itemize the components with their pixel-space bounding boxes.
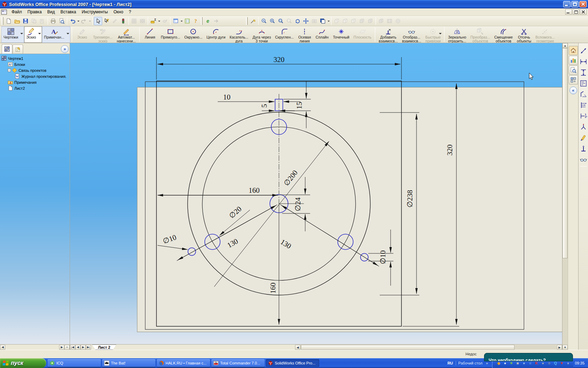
taskpane-collapse-chevron[interactable]: « bbox=[569, 87, 577, 94]
offset-entities-button[interactable]: Смещениеобъектов bbox=[492, 26, 515, 43]
dim-d238[interactable]: ∅238 bbox=[406, 190, 414, 207]
circle-button[interactable]: Окружно... bbox=[182, 26, 204, 43]
taskpane-tab-palette[interactable] bbox=[569, 75, 578, 84]
feature-tree-tab[interactable] bbox=[2, 44, 12, 54]
tree-item-блоки[interactable]: A°Блоки bbox=[1, 61, 69, 67]
sketch-fillet-button[interactable]: Скруглен... bbox=[273, 26, 296, 43]
menu-[interactable]: ? bbox=[126, 9, 134, 15]
tree-item-чертеж1[interactable]: Чертеж1 bbox=[1, 55, 69, 61]
doc-minimize-button[interactable] bbox=[565, 9, 572, 15]
dim-160-bottom[interactable]: 160 bbox=[269, 282, 277, 294]
spline-button[interactable]: Сплайн bbox=[313, 26, 331, 43]
display-relations-button[interactable] bbox=[579, 155, 588, 164]
tree-item-примечания[interactable]: AПримечания bbox=[1, 79, 69, 85]
taskpane-tab-home[interactable] bbox=[569, 46, 578, 55]
zoom-previous-button[interactable] bbox=[260, 17, 268, 25]
baseline-dimension-button[interactable] bbox=[579, 79, 588, 88]
help-button[interactable]: ? bbox=[191, 17, 200, 25]
taskbar-button-bat[interactable]: The Bat! bbox=[102, 359, 155, 367]
toolbar-grip[interactable] bbox=[2, 17, 4, 25]
first-sheet-button[interactable]: |◀ bbox=[70, 345, 75, 350]
print-preview-button[interactable] bbox=[57, 17, 66, 25]
chamfer-dimension-button[interactable] bbox=[579, 90, 588, 98]
view-orientation-button[interactable] bbox=[318, 17, 327, 25]
tab-drawings-button[interactable]: Чертежи bbox=[1, 26, 24, 43]
undo-dropdown[interactable] bbox=[77, 17, 80, 25]
desktop-chevron-icon[interactable]: » bbox=[486, 361, 488, 365]
horizontal-scrollbar[interactable]: ◀ bbox=[295, 345, 556, 350]
dim-15[interactable]: 15 bbox=[295, 102, 303, 109]
panel-scroll-right[interactable]: ▶ bbox=[59, 345, 64, 350]
tree-item-связь-проектов[interactable]: −Связь проектов bbox=[1, 67, 69, 73]
prev-sheet-button[interactable]: ◀ bbox=[75, 345, 80, 350]
menu-инструменты[interactable]: Инструменты bbox=[79, 9, 111, 15]
doc-restore-button[interactable] bbox=[573, 9, 579, 15]
last-sheet-button[interactable]: ▶| bbox=[86, 345, 91, 350]
rectangle-button[interactable]: Прямоуго... bbox=[159, 26, 182, 43]
view-orientation-dropdown[interactable] bbox=[327, 17, 330, 25]
tab-annotations-dropdown[interactable] bbox=[66, 33, 69, 36]
dim-160-horizontal[interactable]: 160 bbox=[248, 186, 260, 195]
auto-dimension-button[interactable]: Автомат...нанесени... bbox=[115, 26, 138, 43]
centerpoint-arc-button[interactable]: Центр дуги bbox=[204, 26, 227, 43]
vertical-dimension-button[interactable] bbox=[579, 68, 588, 77]
tree-expander[interactable]: − bbox=[8, 69, 11, 72]
taskpane-tab-resources[interactable] bbox=[569, 56, 578, 65]
vertical-scroll-thumb[interactable] bbox=[562, 48, 568, 258]
menu-вставка[interactable]: Вставка bbox=[58, 9, 79, 15]
mirror-entities-button[interactable]: Зеркальноотразить... bbox=[446, 26, 468, 43]
taskbar-button-sw[interactable]: SolidWorks Office Pro... bbox=[266, 359, 319, 367]
sheet-tab[interactable]: Лист 2 bbox=[92, 345, 116, 350]
scroll-right-button[interactable]: ▶ bbox=[557, 345, 562, 350]
undo-button[interactable] bbox=[68, 17, 77, 25]
menu-вид[interactable]: Вид bbox=[44, 9, 58, 15]
dim-320-top[interactable]: 320 bbox=[273, 55, 285, 64]
rotate-view-button[interactable] bbox=[293, 17, 302, 25]
scroll-up-button[interactable]: ▲ bbox=[562, 43, 568, 48]
taskbar-button-tc[interactable]: TCTotal Commander 7.0... bbox=[211, 359, 265, 367]
datum-button[interactable] bbox=[579, 144, 588, 153]
taskbar-clock[interactable]: 09:35 bbox=[573, 361, 588, 365]
display-relations-button[interactable]: Отобраз...взаимосв... bbox=[400, 26, 424, 43]
redo-dropdown[interactable] bbox=[88, 17, 91, 25]
measure-button[interactable]: Σ bbox=[149, 17, 158, 25]
add-relation-button[interactable]: Добавитьвзаимосв... bbox=[377, 26, 400, 43]
format-painter-button[interactable] bbox=[579, 134, 588, 142]
menu-файл[interactable]: Файл bbox=[9, 9, 25, 15]
next-sheet-button[interactable]: ▶ bbox=[80, 345, 86, 350]
rebuild-button[interactable] bbox=[119, 17, 127, 25]
menu-правка[interactable]: Правка bbox=[25, 9, 45, 15]
scroll-down-button[interactable]: ▼ bbox=[562, 345, 568, 350]
selection-filter-button[interactable] bbox=[102, 17, 111, 25]
tangent-arc-button[interactable]: Касатель...дуга bbox=[227, 26, 250, 43]
select-button[interactable] bbox=[94, 17, 102, 25]
menu-окно[interactable]: Окно bbox=[111, 9, 126, 15]
taskbar-button-firefox[interactable]: HALK.RU • Главная с... bbox=[157, 359, 210, 367]
close-button[interactable] bbox=[579, 1, 587, 7]
maximize-button[interactable] bbox=[571, 1, 579, 7]
centerline-button[interactable]: Осеваялиния bbox=[296, 26, 313, 43]
start-button[interactable]: пуск bbox=[0, 358, 46, 368]
line-button[interactable]: Линия bbox=[141, 26, 159, 43]
toolbar-grip[interactable] bbox=[246, 17, 248, 25]
smart-dimension-button[interactable] bbox=[579, 47, 588, 55]
new-document-button[interactable] bbox=[5, 17, 13, 25]
tab-annotations-button[interactable]: AПримечан... bbox=[42, 26, 70, 43]
save-button[interactable] bbox=[21, 17, 30, 25]
model-items-button[interactable] bbox=[579, 123, 588, 131]
open-document-button[interactable] bbox=[13, 17, 21, 25]
3-point-arc-button[interactable]: Дуга через3 точки bbox=[250, 26, 273, 43]
measure-dropdown[interactable] bbox=[158, 17, 161, 25]
tab-sketch-button[interactable]: Эскиз bbox=[24, 26, 42, 43]
language-indicator[interactable]: RU bbox=[444, 361, 456, 365]
minimize-button[interactable] bbox=[563, 1, 570, 7]
zoom-to-area-button[interactable] bbox=[276, 17, 285, 25]
dim-d24[interactable]: ∅24 bbox=[294, 197, 302, 211]
trim-entities-button[interactable]: Отсечьобъекты bbox=[515, 26, 533, 43]
tree-item-журнал-проектирования-[interactable]: WЖурнал проектирования. bbox=[1, 73, 69, 79]
select-other-button[interactable] bbox=[249, 17, 257, 25]
vertical-scrollbar[interactable]: ▲ ▼ bbox=[562, 43, 568, 350]
ordinate-dimension-button[interactable] bbox=[579, 101, 588, 109]
tab-sketch-dropdown[interactable] bbox=[38, 33, 41, 36]
pan-button[interactable] bbox=[302, 17, 310, 25]
